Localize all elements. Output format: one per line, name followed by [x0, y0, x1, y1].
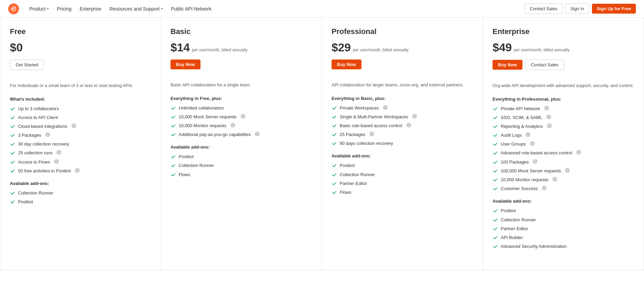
info-icon[interactable]: i: [255, 132, 260, 136]
check-icon: [332, 181, 337, 186]
list-item: Single & Multi-Partner Workspacesi: [332, 114, 473, 120]
list-item: Advanced role-based access controli: [493, 150, 634, 156]
info-icon[interactable]: i: [526, 132, 530, 137]
list-item: 25 collection runsi: [10, 150, 151, 156]
check-icon: [10, 133, 15, 138]
plan-addons-title-enterprise: Available add-ons:: [493, 199, 634, 204]
list-item: 50 free activities in Postboti: [10, 168, 151, 174]
plan-price-basic: $14: [171, 41, 190, 54]
list-item: 3 Packagesi: [10, 132, 151, 138]
list-item: Access to API Client: [10, 115, 151, 121]
plan-name-professional: Professional: [332, 27, 473, 36]
check-icon: [171, 132, 176, 137]
list-item: Unlimited collaborators: [171, 105, 312, 111]
list-item: 10,000 Monitor requestsi: [171, 123, 312, 129]
list-item: 25 Packagesi: [332, 132, 473, 138]
nav-product[interactable]: Product ▾: [26, 4, 52, 14]
info-icon[interactable]: i: [45, 132, 50, 137]
info-icon[interactable]: i: [576, 150, 581, 155]
list-item: User Groupsi: [493, 141, 634, 147]
info-icon[interactable]: i: [71, 123, 76, 128]
list-item: Collection Runner: [493, 217, 634, 223]
plan-name-basic: Basic: [171, 27, 312, 36]
check-icon: [493, 244, 498, 249]
info-icon[interactable]: i: [530, 141, 535, 146]
info-icon[interactable]: i: [383, 105, 388, 110]
list-item: Postbot: [10, 199, 151, 205]
info-icon[interactable]: i: [241, 114, 245, 119]
nav-resources[interactable]: Resources and Support ▾: [106, 4, 166, 14]
check-icon: [171, 154, 176, 159]
nav-contact-sales-button[interactable]: Contact Sales: [525, 3, 562, 14]
info-icon[interactable]: i: [406, 123, 411, 127]
list-item: Reporting & Analyticsi: [493, 123, 634, 130]
plan-feature-list-free: Up to 3 collaboratorsAccess to API Clien…: [10, 106, 151, 174]
check-icon: [10, 168, 15, 174]
nav-api-network[interactable]: Public API Network: [167, 4, 215, 14]
plan-included-title-enterprise: Everything in Professional, plus:: [493, 97, 634, 102]
info-icon[interactable]: i: [75, 168, 80, 173]
check-icon: [332, 132, 337, 137]
logo[interactable]: [8, 3, 19, 14]
plan-included-title-professional: Everything in Basic, plus:: [332, 96, 473, 101]
info-icon[interactable]: i: [542, 186, 547, 190]
check-icon: [10, 190, 15, 196]
check-icon: [332, 123, 337, 129]
plan-contact-sales-button-enterprise[interactable]: Contact Sales: [525, 59, 564, 70]
check-icon: [10, 199, 15, 205]
list-item: Additional pay-as-you-go capabilitiesi: [171, 132, 312, 138]
check-icon: [171, 105, 176, 111]
list-item: Private API Networki: [493, 106, 634, 112]
info-icon[interactable]: i: [552, 177, 557, 182]
list-item: Collection Runner: [10, 190, 151, 196]
plan-price-enterprise: $49: [493, 41, 512, 54]
check-icon: [10, 141, 15, 147]
chevron-down-icon: ▾: [161, 7, 163, 11]
list-item: Postbot: [171, 154, 312, 160]
info-icon[interactable]: i: [54, 159, 59, 164]
plan-col-professional: Professional$29per user/month, billed an…: [322, 18, 483, 270]
check-icon: [493, 226, 498, 232]
list-item: Flows: [332, 189, 473, 195]
nav-sign-in-button[interactable]: Sign In: [565, 3, 589, 14]
nav-pricing[interactable]: Pricing: [53, 4, 75, 14]
list-item: API Builder: [493, 235, 634, 241]
list-item: 100 Packagesi: [493, 159, 634, 165]
info-icon[interactable]: i: [544, 106, 549, 110]
info-icon[interactable]: i: [533, 159, 537, 164]
plan-addon-list-professional: PostbotCollection RunnerPartner EditorFl…: [332, 163, 473, 195]
check-icon: [332, 172, 337, 177]
info-icon[interactable]: i: [230, 123, 235, 127]
plan-feature-list-enterprise: Private API NetworkiSSO, SCIM, & SAMLiRe…: [493, 106, 634, 192]
info-icon[interactable]: i: [565, 168, 570, 173]
nav-sign-up-button[interactable]: Sign Up for Free: [592, 4, 636, 14]
plan-desc-basic: Basic API collaboration for a single tea…: [171, 82, 312, 88]
info-icon[interactable]: i: [546, 115, 551, 119]
list-item: Postbot: [493, 208, 634, 214]
plan-buy-now-button-basic[interactable]: Buy Now: [171, 59, 200, 69]
nav-enterprise[interactable]: Enterprise: [76, 4, 105, 14]
list-item: Audit Logsi: [493, 132, 634, 138]
check-icon: [493, 106, 498, 112]
info-icon[interactable]: i: [57, 150, 61, 155]
check-icon: [171, 163, 176, 168]
plan-price-free: $0: [10, 41, 23, 54]
plan-buy-now-button-enterprise[interactable]: Buy Now: [493, 60, 522, 70]
plan-get-started-button-free[interactable]: Get Started: [10, 59, 44, 70]
list-item: 30 day collection recovery: [10, 141, 151, 147]
info-icon[interactable]: i: [547, 123, 552, 128]
check-icon: [332, 105, 337, 111]
check-icon: [332, 114, 337, 120]
list-item: Partner Editor: [332, 181, 473, 187]
plan-addons-title-basic: Available add-ons:: [171, 144, 312, 150]
check-icon: [171, 123, 176, 129]
navbar: Product ▾ Pricing Enterprise Resources a…: [0, 0, 644, 18]
plan-price-meta-professional: per user/month, billed annually: [353, 47, 408, 53]
info-icon[interactable]: i: [412, 114, 417, 119]
plan-buy-now-button-professional[interactable]: Buy Now: [332, 59, 361, 69]
pricing-main: Free$0Get StartedFor individuals or a sm…: [0, 18, 644, 270]
plan-addons-title-professional: Available add-ons:: [332, 153, 473, 158]
check-icon: [493, 217, 498, 223]
info-icon[interactable]: i: [369, 132, 374, 136]
plan-desc-free: For individuals or a small team of 3 or …: [10, 82, 151, 89]
